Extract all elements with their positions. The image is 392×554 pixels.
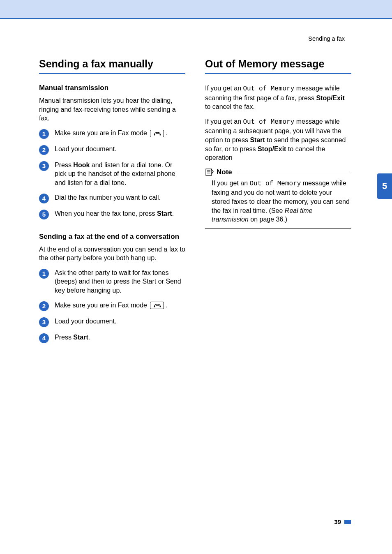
text-fragment: Make sure you are in Fax mode bbox=[55, 129, 149, 136]
manual-transmission-intro: Manual transmission lets you hear the di… bbox=[39, 96, 185, 123]
step-text: Load your document. bbox=[55, 145, 116, 154]
step-number-icon: 2 bbox=[39, 145, 49, 155]
text-fragment: If you get an bbox=[205, 118, 243, 125]
svg-rect-4 bbox=[206, 169, 212, 175]
step-text: Dial the fax number you want to call. bbox=[55, 193, 161, 202]
heading-rule bbox=[39, 73, 185, 74]
step-number-icon: 4 bbox=[39, 333, 49, 343]
footer-mark-icon bbox=[344, 520, 351, 524]
bold-text: Start bbox=[157, 210, 172, 217]
heading-sending-fax-manually: Sending a fax manually bbox=[39, 58, 185, 70]
text-fragment: . bbox=[88, 334, 90, 341]
list-item: 4 Press Start. bbox=[39, 333, 185, 343]
text-fragment: on page 36.) bbox=[249, 216, 287, 223]
text-fragment: Press bbox=[55, 334, 73, 341]
end-of-conversation-steps: 1 Ask the other party to wait for fax to… bbox=[39, 268, 185, 343]
mono-text: Out of Memory bbox=[243, 85, 295, 92]
out-of-memory-p1: If you get an Out of Memory message whil… bbox=[205, 84, 351, 111]
note-rule bbox=[237, 172, 351, 172]
subheading-manual-transmission: Manual transmission bbox=[39, 84, 185, 92]
heading-rule bbox=[205, 73, 351, 74]
svg-point-3 bbox=[160, 306, 161, 307]
list-item: 1 Ask the other party to wait for fax to… bbox=[39, 268, 185, 295]
svg-point-2 bbox=[154, 306, 155, 307]
step-text: Make sure you are in Fax mode . bbox=[55, 129, 167, 138]
breadcrumb: Sending a fax bbox=[308, 35, 345, 42]
list-item: 2 Load your document. bbox=[39, 145, 185, 155]
text-fragment: . bbox=[172, 210, 173, 217]
page-number: 39 bbox=[334, 518, 341, 525]
text-fragment: If you get an bbox=[205, 85, 243, 92]
note-bottom-rule bbox=[205, 228, 351, 229]
step-number-icon: 5 bbox=[39, 210, 49, 219]
list-item: 2 Make sure you are in Fax mode . bbox=[39, 301, 185, 311]
list-item: 3 Load your document. bbox=[39, 317, 185, 327]
text-fragment: When you hear the fax tone, press bbox=[55, 210, 157, 217]
manual-transmission-steps: 1 Make sure you are in Fax mode . 2 Load… bbox=[39, 129, 185, 219]
subheading-end-of-conversation: Sending a fax at the end of a conversati… bbox=[39, 233, 185, 241]
text-fragment: . bbox=[165, 129, 167, 136]
text-fragment: If you get an bbox=[212, 180, 250, 187]
mono-text: Out of Memory bbox=[243, 118, 295, 126]
list-item: 4 Dial the fax number you want to call. bbox=[39, 193, 185, 203]
note-icon bbox=[205, 168, 214, 176]
step-number-icon: 1 bbox=[39, 269, 49, 279]
svg-point-1 bbox=[160, 134, 161, 135]
mono-text: Out of Memory bbox=[250, 180, 301, 187]
heading-out-of-memory: Out of Memory message bbox=[205, 58, 351, 70]
step-text: When you hear the fax tone, press Start. bbox=[55, 209, 174, 218]
bold-text: Stop/Exit bbox=[316, 95, 344, 102]
bold-text: Start bbox=[73, 334, 88, 341]
step-text: Load your document. bbox=[55, 317, 116, 326]
top-header-band bbox=[0, 0, 392, 18]
header-rule bbox=[0, 18, 392, 19]
text-fragment: Make sure you are in Fax mode bbox=[55, 302, 149, 309]
end-of-conversation-intro: At the end of a conversation you can sen… bbox=[39, 245, 185, 263]
fax-mode-icon bbox=[150, 302, 164, 309]
note-title: Note bbox=[217, 168, 232, 176]
bold-text: Stop/Exit bbox=[258, 145, 286, 152]
list-item: 1 Make sure you are in Fax mode . bbox=[39, 129, 185, 139]
note-body: If you get an Out of Memory message whil… bbox=[205, 179, 351, 224]
step-text: Press Hook and listen for a dial tone. O… bbox=[55, 161, 185, 187]
step-text: Press Start. bbox=[55, 333, 90, 342]
fax-mode-icon bbox=[150, 130, 164, 137]
note-block: Note If you get an Out of Memory message… bbox=[205, 168, 351, 229]
bold-text: Hook bbox=[73, 162, 90, 169]
step-number-icon: 4 bbox=[39, 194, 49, 203]
step-text: Ask the other party to wait for fax tone… bbox=[55, 268, 185, 295]
text-fragment: . bbox=[165, 302, 167, 309]
bold-text: Start bbox=[250, 136, 265, 143]
step-number-icon: 3 bbox=[39, 161, 49, 171]
right-column: Out of Memory message If you get an Out … bbox=[205, 58, 351, 349]
step-text: Make sure you are in Fax mode . bbox=[55, 301, 167, 310]
out-of-memory-p2: If you get an Out of Memory message whil… bbox=[205, 117, 351, 162]
step-number-icon: 3 bbox=[39, 317, 49, 327]
text-fragment: to cancel the fax. bbox=[205, 103, 255, 110]
step-number-icon: 2 bbox=[39, 301, 49, 311]
chapter-tab: 5 bbox=[377, 173, 392, 199]
left-column: Sending a fax manually Manual transmissi… bbox=[39, 58, 185, 349]
page-footer: 39 bbox=[334, 518, 351, 525]
svg-point-0 bbox=[154, 134, 155, 135]
text-fragment: Press bbox=[55, 162, 73, 169]
step-number-icon: 1 bbox=[39, 129, 49, 139]
list-item: 5 When you hear the fax tone, press Star… bbox=[39, 209, 185, 219]
list-item: 3 Press Hook and listen for a dial tone.… bbox=[39, 161, 185, 187]
